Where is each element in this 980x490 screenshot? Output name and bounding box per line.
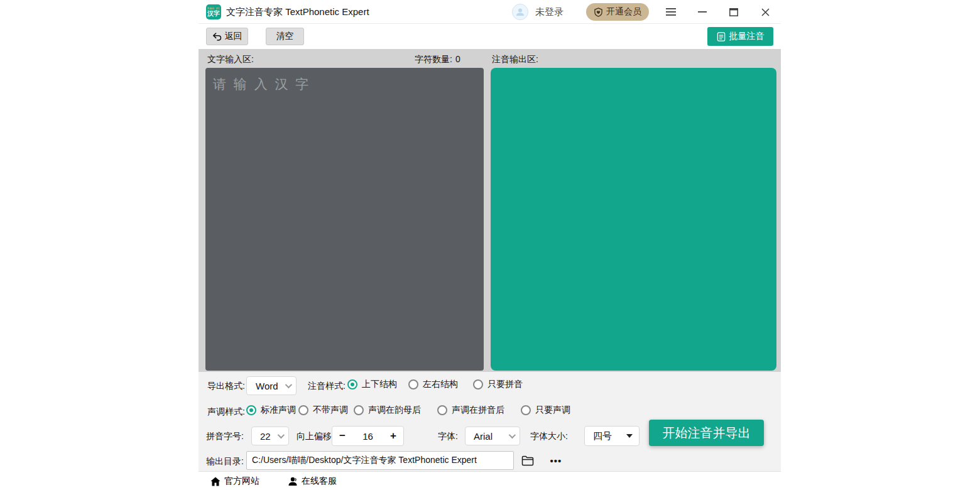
clear-button[interactable]: 清空 [266,28,304,45]
login-status[interactable]: 未登录 [535,0,564,24]
official-website-link[interactable]: 官方网站 [210,472,259,490]
radio-icon [437,405,447,415]
radio-icon [246,405,256,415]
output-dir-input[interactable] [246,451,514,470]
font-select[interactable]: Arial [465,427,520,445]
offset-minus-button[interactable]: − [339,430,346,442]
radio-tone-after-pinyin[interactable]: 声调在拼音后 [437,405,504,416]
radio-icon [354,405,364,415]
user-icon [515,7,525,17]
batch-annotate-button[interactable]: 批量注音 [707,27,773,46]
maximize-icon [729,8,738,16]
close-button[interactable] [753,0,778,24]
output-dir-label: 输出目录: [206,456,244,467]
close-icon [761,8,770,16]
export-format-value: Word [256,381,278,391]
radio-icon [521,405,531,415]
chevron-down-icon [278,432,285,438]
font-size-value: 四号 [593,430,612,442]
customer-service-icon [288,476,298,486]
toolbar: 返回 清空 批量注音 [199,24,781,49]
chevron-down-icon [285,381,292,388]
text-input-area[interactable]: 请 输 入 汉 字 [205,68,484,371]
app-logo-text: 汉字 [207,10,220,17]
radio-tone-after-final[interactable]: 声调在韵母后 [354,405,421,416]
font-size-select[interactable]: 四号 [584,426,640,446]
annotation-style-label: 注音样式: [308,381,346,392]
offset-value[interactable]: 16 [362,431,373,442]
app-logo-icon: hàn zì 汉字 [206,4,221,19]
radio-icon [473,379,483,389]
radio-icon [298,405,308,415]
chevron-down-icon [509,432,516,438]
radio-label: 只要声调 [535,405,570,416]
radio-label: 声调在韵母后 [368,405,421,416]
char-count-value: 0 [455,54,460,64]
workspace: 文字输入区: 字符数量:0 注音输出区: 请 输 入 汉 字 [199,49,781,372]
titlebar: hàn zì 汉字 文字注音专家 TextPhonetic Expert 未登录… [199,0,781,24]
minimize-button[interactable] [690,0,715,24]
tone-style-label: 声调样式: [207,406,245,418]
radio-icon [347,379,357,389]
char-count-label: 字符数量: [415,54,452,64]
offset-label: 向上偏移: [297,431,334,442]
home-icon [210,477,220,486]
batch-annotate-label: 批量注音 [729,31,765,42]
radio-label: 标准声调 [261,405,296,416]
input-placeholder: 请 输 入 汉 字 [213,77,310,91]
radio-label: 不带声调 [313,405,348,416]
avatar[interactable] [512,4,528,20]
offset-plus-button[interactable]: + [390,430,396,442]
browse-folder-button[interactable] [521,453,538,468]
export-format-select[interactable]: Word [246,376,297,395]
font-value: Arial [474,431,493,442]
folder-icon [521,455,534,466]
radio-tone-none[interactable]: 不带声调 [298,405,348,416]
radio-label: 声调在拼音后 [452,405,504,416]
member-button-label: 开通会员 [606,6,641,18]
pinyin-size-value: 22 [260,431,271,442]
radio-label: 上下结构 [362,379,397,390]
minimize-icon [698,11,707,13]
caret-down-icon [626,434,633,438]
footer: 官方网站 在线客服 [199,471,781,490]
pinyin-size-select[interactable]: 22 [251,427,289,445]
output-area-label: 注音输出区: [492,54,538,65]
radio-annotation-style-left-right[interactable]: 左右结构 [408,379,458,390]
document-icon [717,32,726,41]
maximize-button[interactable] [721,0,746,24]
undo-arrow-icon [212,33,222,41]
radio-label: 只要拼音 [487,379,523,390]
char-count: 字符数量:0 [415,54,460,65]
offset-stepper: − 16 + [332,426,404,446]
radio-annotation-style-pinyin-only[interactable]: 只要拼音 [473,379,523,390]
app-title: 文字注音专家 TextPhonetic Expert [226,0,369,24]
radio-annotation-style-top-bottom[interactable]: 上下结构 [347,379,397,390]
clear-button-label: 清空 [276,31,294,42]
more-options-button[interactable]: ••• [545,451,567,470]
menu-button[interactable] [658,0,683,24]
app-window: hàn zì 汉字 文字注音专家 TextPhonetic Expert 未登录… [199,0,781,490]
radio-icon [408,379,418,389]
font-label: 字体: [438,431,458,442]
hamburger-icon [666,8,676,16]
font-size-label: 字体大小: [530,431,568,442]
official-website-label: 官方网站 [224,476,259,487]
back-button[interactable]: 返回 [206,28,248,45]
back-button-label: 返回 [225,31,242,42]
export-format-label: 导出格式: [207,381,245,392]
radio-tone-standard[interactable]: 标准声调 [246,405,296,416]
radio-tone-only[interactable]: 只要声调 [521,405,570,416]
online-support-link[interactable]: 在线客服 [288,472,337,490]
start-annotate-export-button[interactable]: 开始注音并导出 [649,420,764,446]
settings-panel: 导出格式: Word 注音样式: 上下结构 左右结构 只要拼音 声调样式: 标准… [199,372,781,471]
input-area-label: 文字输入区: [207,54,254,65]
online-support-label: 在线客服 [302,476,337,487]
open-membership-button[interactable]: 开通会员 [586,3,649,21]
annotation-output-area[interactable] [491,68,776,371]
radio-label: 左右结构 [423,379,458,390]
heart-badge-icon [594,8,603,17]
pinyin-size-label: 拼音字号: [206,431,244,442]
